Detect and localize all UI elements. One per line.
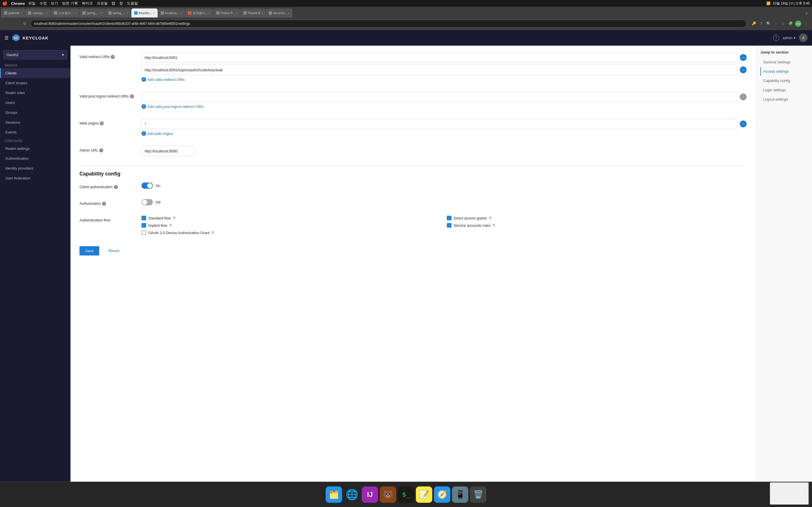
tab-7[interactable]: 공개클리... × xyxy=(185,8,213,17)
address-input[interactable] xyxy=(31,20,406,27)
device-auth-checkbox[interactable] xyxy=(142,230,146,235)
post-logout-uri-input[interactable] xyxy=(142,92,406,102)
menu-file[interactable]: 파일 xyxy=(28,1,36,6)
device-auth-help-icon[interactable]: ? xyxy=(212,231,214,235)
tab-0[interactable]: jpabook × xyxy=(1,8,25,17)
address-bar: ← → ↻ 🔑 T 🔍 ↑ ☆ 🧩 ns ⋮ xyxy=(0,17,406,30)
tab-favicon-4 xyxy=(108,11,112,15)
tab-label-1: corespr... xyxy=(33,11,45,15)
tab-close-6[interactable]: × xyxy=(181,11,182,15)
add-post-logout-link[interactable]: + Add valid post logout redirect URIs xyxy=(142,104,406,109)
client-auth-toggle[interactable] xyxy=(142,182,153,189)
tab-label-2: 스프링어... xyxy=(58,11,73,15)
tab-5[interactable]: Keycloc... × xyxy=(132,8,158,17)
tab-6[interactable]: localhos... × xyxy=(158,8,185,17)
valid-post-logout-row: Valid post logout redirect URIs ? − + xyxy=(80,92,406,113)
tab-close-1[interactable]: × xyxy=(47,11,48,15)
implicit-flow-help-icon[interactable]: ? xyxy=(169,223,171,228)
menu-window[interactable]: 창 xyxy=(119,1,123,6)
tab-favicon-3 xyxy=(82,11,86,15)
realm-selector[interactable]: Oauth2 ▾ xyxy=(3,50,67,59)
authorization-state-label: Off xyxy=(156,200,160,205)
menu-help[interactable]: 도움말 xyxy=(127,1,138,6)
tab-close-3[interactable]: × xyxy=(101,11,102,15)
admin-url-row: Admin URL ? xyxy=(80,146,406,161)
menu-view[interactable]: 보기 xyxy=(51,1,58,6)
web-origins-help-icon[interactable]: ? xyxy=(100,121,104,125)
kc-content: Valid redirect URIs ? − − xyxy=(70,46,406,253)
tab-close-4[interactable]: × xyxy=(126,11,128,15)
tab-close-10[interactable]: × xyxy=(288,11,290,15)
tab-close-5[interactable]: × xyxy=(153,11,155,15)
btn-row: Save Revert xyxy=(80,246,406,253)
apple-menu[interactable]: 🍎 xyxy=(2,1,8,6)
tab-favicon-8 xyxy=(216,11,220,15)
sidebar-item-events[interactable]: Events xyxy=(0,127,70,137)
tab-favicon-6 xyxy=(161,11,164,15)
web-origins-inputs: − + Add web origins xyxy=(142,119,406,136)
menu-tab[interactable]: 탭 xyxy=(112,1,115,6)
sidebar-item-clients[interactable]: Clients xyxy=(0,68,70,78)
authorization-label: Authorization ? xyxy=(80,199,142,206)
sidebar-item-user-federation[interactable]: User federation xyxy=(0,173,70,183)
sidebar-item-users[interactable]: Users xyxy=(0,98,70,108)
tab-favicon-1 xyxy=(28,11,31,15)
menu-edit[interactable]: 수정 xyxy=(40,1,47,6)
app-name[interactable]: Chrome xyxy=(11,1,25,6)
save-button[interactable]: Save xyxy=(80,246,99,253)
sidebar-item-realm-roles[interactable]: Realm roles xyxy=(0,88,70,98)
tab-4[interactable]: spring_... × xyxy=(105,8,131,17)
add-web-origins-link[interactable]: + Add web origins xyxy=(142,131,406,136)
authorization-toggle-row: Off xyxy=(142,199,406,205)
add-redirect-uri-link[interactable]: + Add valid redirect URIs xyxy=(142,77,406,82)
sidebar-item-identity-providers[interactable]: Identity providers xyxy=(0,163,70,173)
admin-url-input[interactable] xyxy=(142,146,195,156)
standard-flow-checkbox[interactable]: ✓ xyxy=(142,216,146,220)
tab-close-7[interactable]: × xyxy=(209,11,210,15)
hamburger-menu[interactable]: ☰ xyxy=(4,35,8,41)
menu-bookmarks[interactable]: 북마크 xyxy=(82,1,93,6)
standard-flow-label: Standard flow xyxy=(148,216,171,220)
redirect-uri-input-2[interactable] xyxy=(142,65,406,75)
sidebar-item-client-scopes[interactable]: Client scopes xyxy=(0,78,70,88)
tab-favicon-7 xyxy=(188,11,192,15)
redirect-uri-input-1[interactable] xyxy=(142,52,406,62)
implicit-flow-checkbox[interactable]: ✓ xyxy=(142,223,146,228)
client-auth-inputs: On xyxy=(142,182,406,189)
tab-close-9[interactable]: × xyxy=(261,11,263,15)
tab-close-2[interactable]: × xyxy=(75,11,77,15)
toggle-knob xyxy=(147,183,152,188)
authorization-toggle[interactable] xyxy=(142,199,153,205)
standard-flow-help-icon[interactable]: ? xyxy=(173,216,175,220)
forward-button[interactable]: → xyxy=(12,20,19,27)
sidebar-item-groups[interactable]: Groups xyxy=(0,108,70,117)
tab-close-0[interactable]: × xyxy=(20,11,22,15)
reload-button[interactable]: ↻ xyxy=(21,20,28,27)
configure-section-label: Configure xyxy=(0,137,70,144)
auth-flow-row: Authentication flow ✓ Standard flow ? xyxy=(80,216,406,239)
revert-button[interactable]: Revert xyxy=(103,246,125,253)
sidebar-item-authentication[interactable]: Authentication xyxy=(0,154,70,163)
back-button[interactable]: ← xyxy=(3,20,10,27)
valid-redirect-help-icon[interactable]: ? xyxy=(111,55,115,59)
tab-favicon-10 xyxy=(269,11,272,15)
menu-history[interactable]: 방문 기록 xyxy=(62,1,78,6)
tab-1[interactable]: corespr... × xyxy=(25,8,51,17)
post-logout-uri-row: − xyxy=(142,92,406,102)
valid-post-logout-help-icon[interactable]: ? xyxy=(130,94,134,98)
capability-config-title: Capability config xyxy=(80,171,406,177)
web-origins-input[interactable] xyxy=(142,119,406,129)
admin-url-help-icon[interactable]: ? xyxy=(99,149,103,152)
tab-8[interactable]: Online P... × xyxy=(213,8,241,17)
authorization-help-icon[interactable]: ? xyxy=(102,202,106,206)
sidebar-item-sessions[interactable]: Sessions xyxy=(0,117,70,127)
tab-close-8[interactable]: × xyxy=(236,11,238,15)
tab-10[interactable]: An error... × xyxy=(266,8,292,17)
client-auth-help-icon[interactable]: ? xyxy=(114,185,118,189)
tab-2[interactable]: 스프링어... × xyxy=(51,8,79,17)
tab-favicon-9 xyxy=(243,11,247,15)
sidebar-item-realm-settings[interactable]: Realm settings xyxy=(0,144,70,154)
tab-9[interactable]: Please $ × xyxy=(241,8,266,17)
menu-profile[interactable]: 프로필 xyxy=(97,1,108,6)
tab-3[interactable]: spring_... × xyxy=(80,8,105,17)
